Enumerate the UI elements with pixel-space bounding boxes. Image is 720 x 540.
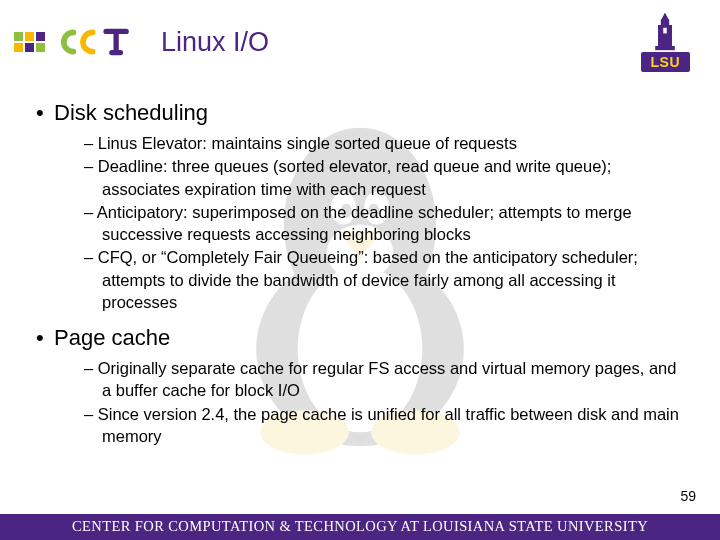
- list-item: Since version 2.4, the page cache is uni…: [84, 403, 684, 448]
- list-item: Anticipatory: superimposed on the deadli…: [84, 201, 684, 246]
- section-heading: •Page cache: [36, 325, 684, 351]
- slide-body: •Disk scheduling Linus Elevator: maintai…: [0, 80, 720, 447]
- bullet-list: Linus Elevator: maintains single sorted …: [36, 132, 684, 313]
- page-number: 59: [680, 488, 696, 504]
- svg-rect-11: [655, 46, 675, 50]
- svg-rect-14: [664, 28, 668, 34]
- section-heading: •Disk scheduling: [36, 100, 684, 126]
- heading-text: Disk scheduling: [54, 100, 208, 125]
- lsu-badge: LSU: [641, 52, 691, 72]
- slide-title: Linux I/O: [161, 27, 269, 58]
- heading-text: Page cache: [54, 325, 170, 350]
- svg-rect-13: [661, 19, 669, 26]
- list-item: Linus Elevator: maintains single sorted …: [84, 132, 684, 154]
- cct-logo: Linux I/O: [14, 27, 269, 58]
- list-item: Deadline: three queues (sorted elevator,…: [84, 155, 684, 200]
- list-item: Originally separate cache for regular FS…: [84, 357, 684, 402]
- list-item: CFQ, or “Completely Fair Queueing”: base…: [84, 246, 684, 313]
- bullet-list: Originally separate cache for regular FS…: [36, 357, 684, 447]
- header: Linux I/O LSU: [0, 0, 720, 80]
- footer-bar: CENTER FOR COMPUTATION & TECHNOLOGY AT L…: [0, 514, 720, 540]
- lsu-logo: LSU: [641, 12, 691, 72]
- tower-icon: [651, 12, 679, 52]
- cct-text-icon: [59, 27, 131, 57]
